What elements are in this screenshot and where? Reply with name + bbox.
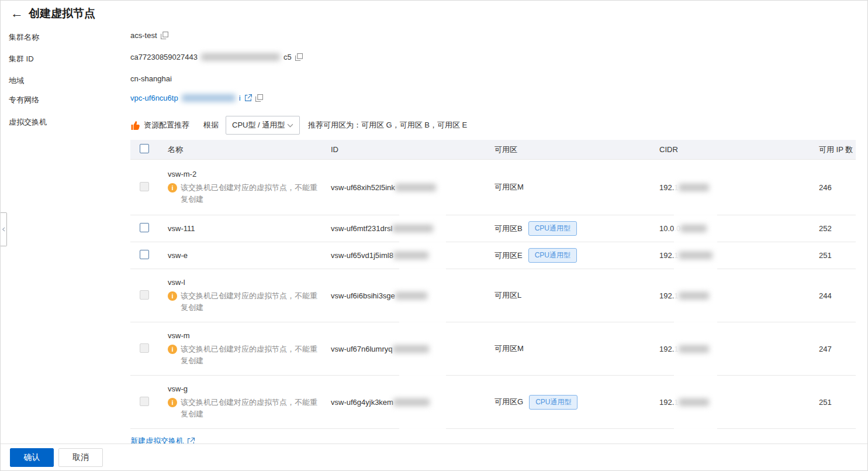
zone-text: 可用区G <box>494 397 523 407</box>
redacted-blur <box>395 184 436 191</box>
region-text: cn-shanghai <box>130 74 172 83</box>
row-warning: 该交换机已创建对应的虚拟节点，不能重复创建 <box>168 343 331 367</box>
redacted-blur <box>182 94 236 102</box>
cluster-id-text: ca77230859027443 <box>130 53 198 61</box>
create-virtual-node-page: ← 创建虚拟节点 集群名称 集群 ID 地域 专有网络 虚拟交换机 acs-te… <box>0 0 868 471</box>
info-icon <box>168 398 177 407</box>
region-label: 地域 <box>9 75 24 86</box>
cluster-name-text: acs-test <box>130 31 157 40</box>
redacted-blur <box>679 292 709 300</box>
external-link-icon[interactable] <box>244 94 252 102</box>
vswitch-name: vsw-l <box>168 278 331 287</box>
cpu-general-badge: CPU通用型 <box>528 221 577 236</box>
available-ip-count: 251 <box>819 398 856 407</box>
header-cidr: CIDR <box>659 145 819 154</box>
row-warning: 该交换机已创建对应的虚拟节点，不能重复创建 <box>168 397 331 420</box>
redacted-blur <box>393 345 429 353</box>
table-header-row: 名称 ID 可用区 CIDR 可用 IP 数 <box>130 140 856 160</box>
header-id: ID <box>331 145 494 154</box>
vswitch-id: vsw-uf6i6bsihi3sge <box>331 291 395 300</box>
panel-collapse-handle[interactable] <box>0 212 7 246</box>
zone-text: 可用区L <box>494 290 521 301</box>
redacted-blur <box>680 225 707 232</box>
redacted-blur <box>393 398 430 406</box>
available-ip-count: 252 <box>819 224 856 233</box>
header-zone: 可用区 <box>494 145 659 155</box>
cancel-button[interactable]: 取消 <box>58 448 103 467</box>
table-row: vsw-m 该交换机已创建对应的虚拟节点，不能重复创建 vsw-uf67n6lu… <box>130 322 856 376</box>
row-checkbox <box>140 397 149 406</box>
cpu-general-badge: CPU通用型 <box>528 248 577 263</box>
vswitch-id: vsw-uf6g4yjk3kem <box>331 398 393 407</box>
thumbs-up-icon <box>130 121 140 130</box>
chevron-left-icon <box>2 227 5 232</box>
available-ip-count: 251 <box>819 251 856 260</box>
vpc-link[interactable]: vpc-uf6ncu6tpi <box>130 94 241 102</box>
redacted-blur <box>679 252 713 259</box>
vpc-link-suffix: i <box>239 94 241 102</box>
info-icon <box>168 345 177 354</box>
cluster-id-label: 集群 ID <box>9 54 34 64</box>
vpc-label: 专有网络 <box>9 95 39 105</box>
redacted-blur <box>679 184 709 191</box>
vpc-value: vpc-uf6ncu6tpi <box>130 94 263 102</box>
header-name: 名称 <box>163 140 331 159</box>
vswitch-name: vsw-g <box>168 384 331 393</box>
warning-text: 该交换机已创建对应的虚拟节点，不能重复创建 <box>181 343 319 367</box>
vswitch-id: vsw-uf67n6lumryq <box>331 345 393 353</box>
info-icon <box>168 183 177 192</box>
cluster-id-suffix: c5 <box>283 53 292 61</box>
back-arrow-icon[interactable]: ← <box>11 5 23 22</box>
vswitch-table: 名称 ID 可用区 CIDR 可用 IP 数 vsw-m-2 该交换机已创建对应… <box>130 140 856 429</box>
vswitch-id: vsw-uf65vd1j5iml8 <box>331 251 393 260</box>
footer-bar: 确认 取消 <box>1 444 867 470</box>
available-ip-count: 247 <box>819 345 856 353</box>
row-warning: 该交换机已创建对应的虚拟节点，不能重复创建 <box>168 182 331 205</box>
region-value: cn-shanghai <box>130 74 172 83</box>
chevron-down-icon <box>287 123 293 128</box>
row-checkbox <box>140 182 149 191</box>
vswitch-id: vsw-uf6mtf231drsl <box>331 224 392 233</box>
vswitch-name: vsw-m-2 <box>168 170 331 178</box>
cluster-name-value: acs-test <box>130 31 168 40</box>
warning-text: 该交换机已创建对应的虚拟节点，不能重复创建 <box>181 182 319 205</box>
redacted-blur <box>393 252 428 259</box>
row-warning: 该交换机已创建对应的虚拟节点，不能重复创建 <box>168 290 331 314</box>
cluster-id-value: ca77230859027443c5 <box>130 53 303 61</box>
vswitch-name: vsw-m <box>168 331 331 340</box>
zone-text: 可用区B <box>494 224 523 234</box>
vswitch-name: vsw-111 <box>168 224 331 233</box>
row-checkbox <box>140 343 149 353</box>
table-row: vsw-l 该交换机已创建对应的虚拟节点，不能重复创建 vsw-uf6i6bsi… <box>130 269 856 322</box>
selected-option: CPU型 / 通用型 <box>232 120 285 130</box>
page-title: 创建虚拟节点 <box>29 6 95 21</box>
zone-text: 可用区E <box>494 250 523 261</box>
vswitch-id: vsw-uf68xih52l5ink <box>331 183 395 192</box>
redacted-blur <box>392 225 433 232</box>
table-row: vsw-g 该交换机已创建对应的虚拟节点，不能重复创建 vsw-uf6g4yjk… <box>130 376 856 429</box>
recommendation-feature-label: 资源配置推荐 <box>144 120 189 130</box>
copy-icon[interactable] <box>255 94 263 102</box>
recommended-zones-text: 推荐可用区为：可用区 G，可用区 B，可用区 E <box>308 120 467 130</box>
copy-icon[interactable] <box>161 32 168 39</box>
available-ip-count: 246 <box>819 183 856 192</box>
zone-text: 可用区M <box>494 182 524 192</box>
copy-icon[interactable] <box>295 53 303 61</box>
vpc-link-text: vpc-uf6ncu6tp <box>130 94 178 102</box>
instance-type-select[interactable]: CPU型 / 通用型 <box>226 116 300 135</box>
cpu-general-badge: CPU通用型 <box>529 395 577 410</box>
available-ip-count: 244 <box>819 291 856 300</box>
header-ip: 可用 IP 数 <box>819 145 856 155</box>
warning-text: 该交换机已创建对应的虚拟节点，不能重复创建 <box>181 290 319 314</box>
redacted-blur <box>679 398 709 406</box>
confirm-button[interactable]: 确认 <box>10 448 54 467</box>
redacted-blur <box>395 292 427 300</box>
row-checkbox[interactable] <box>140 250 149 259</box>
redacted-blur <box>201 53 280 61</box>
row-checkbox[interactable] <box>140 223 149 232</box>
redacted-blur <box>679 345 709 353</box>
table-row: vsw-e vsw-uf65vd1j5iml8 可用区ECPU通用型 192.1… <box>130 242 856 269</box>
cluster-name-label: 集群名称 <box>9 32 39 43</box>
select-all-checkbox[interactable] <box>140 144 149 153</box>
vswitch-label: 虚拟交换机 <box>9 117 47 128</box>
